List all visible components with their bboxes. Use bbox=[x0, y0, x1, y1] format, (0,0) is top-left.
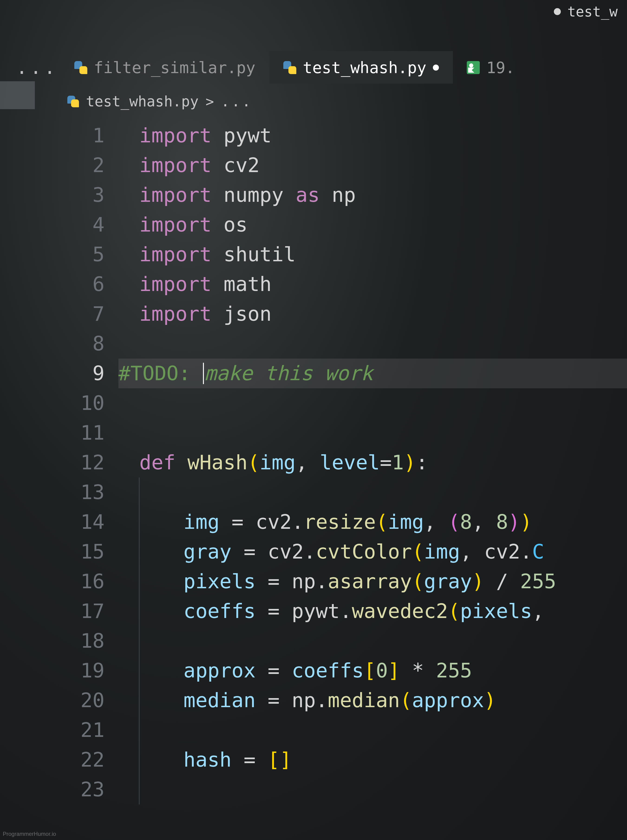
line-number: 1 bbox=[0, 121, 104, 150]
tab-label: 19. bbox=[486, 58, 515, 77]
code-token: shutil bbox=[224, 240, 296, 269]
line-number: 17 bbox=[0, 596, 104, 626]
code-line[interactable]: import cv2 bbox=[139, 150, 627, 180]
code-token: json bbox=[224, 299, 271, 329]
code-token: img bbox=[260, 448, 296, 477]
image-file-icon bbox=[467, 61, 480, 74]
title-bar-dot-icon bbox=[554, 8, 561, 15]
code-token: wHash bbox=[187, 448, 247, 477]
code-line[interactable] bbox=[139, 388, 627, 418]
code-line[interactable]: import pywt bbox=[139, 121, 627, 150]
tab-label: test_whash.py bbox=[303, 58, 426, 77]
code-token: , bbox=[296, 448, 320, 477]
line-number: 11 bbox=[0, 418, 104, 448]
code-line[interactable]: #TODO: make this work bbox=[118, 359, 627, 388]
line-number: 4 bbox=[0, 210, 104, 240]
code-token: ] bbox=[280, 745, 291, 774]
code-token: np bbox=[291, 567, 316, 596]
code-token: . bbox=[304, 537, 316, 566]
code-token: hash bbox=[183, 745, 232, 774]
breadcrumb-file: test_whash.py bbox=[86, 93, 198, 110]
code-line[interactable]: import os bbox=[139, 210, 627, 240]
code-token: import bbox=[139, 240, 224, 269]
code-token: cv2 bbox=[256, 507, 291, 537]
sidebar-fragment bbox=[0, 81, 35, 109]
code-line[interactable] bbox=[139, 626, 627, 656]
code-token: / bbox=[484, 567, 520, 596]
code-line[interactable]: import shutil bbox=[139, 240, 627, 269]
line-number: 7 bbox=[0, 299, 104, 329]
breadcrumb-rest: ... bbox=[221, 93, 252, 110]
code-area[interactable]: import pywtimport cv2import numpy as npi… bbox=[139, 121, 627, 804]
code-token: as bbox=[296, 180, 320, 210]
code-token: def bbox=[139, 448, 187, 477]
code-line[interactable]: pixels = np.asarray(gray) / 255 bbox=[139, 567, 627, 596]
code-token: coeffs bbox=[183, 596, 256, 626]
text-cursor bbox=[203, 363, 204, 384]
code-line[interactable] bbox=[139, 418, 627, 448]
code-token: img bbox=[424, 537, 460, 566]
code-token bbox=[284, 180, 296, 210]
code-line[interactable]: approx = coeffs[0] * 255 bbox=[139, 656, 627, 686]
code-token: cv2 bbox=[484, 537, 520, 566]
tab-label: filter_similar.py bbox=[94, 58, 255, 77]
tab-filter-similar[interactable]: filter_similar.py bbox=[60, 51, 269, 84]
line-number: 10 bbox=[0, 388, 104, 418]
code-token: = bbox=[256, 596, 291, 626]
line-number: 8 bbox=[0, 329, 104, 359]
tab-bar: ... filter_similar.py test_whash.py 19. bbox=[0, 51, 627, 84]
code-line[interactable]: coeffs = pywt.wavedec2(pixels, bbox=[139, 596, 627, 626]
tab-overflow-button[interactable]: ... bbox=[14, 51, 60, 84]
code-editor[interactable]: 1234567891011121314151617181920212223 im… bbox=[0, 121, 627, 840]
code-token: level bbox=[320, 448, 380, 477]
code-line[interactable]: import numpy as np bbox=[139, 180, 627, 210]
line-gutter: 1234567891011121314151617181920212223 bbox=[0, 121, 118, 804]
code-line[interactable] bbox=[139, 478, 627, 507]
code-token: = bbox=[232, 745, 268, 774]
code-token: ( bbox=[412, 567, 424, 596]
python-file-icon bbox=[74, 61, 87, 74]
code-token: ( bbox=[400, 686, 412, 715]
code-token: ) bbox=[520, 507, 532, 537]
code-line[interactable]: img = cv2.resize(img, (8, 8)) bbox=[139, 507, 627, 537]
code-token: [ bbox=[364, 656, 376, 686]
code-token: . bbox=[340, 596, 352, 626]
modified-indicator-icon bbox=[433, 65, 439, 71]
python-file-icon bbox=[67, 96, 79, 107]
breadcrumb[interactable]: test_whash.py > ... bbox=[67, 93, 252, 110]
code-token: = bbox=[219, 507, 255, 537]
code-token: . bbox=[291, 507, 304, 537]
code-token: * bbox=[400, 656, 436, 686]
code-line[interactable]: import math bbox=[139, 269, 627, 299]
tab-test-whash[interactable]: test_whash.py bbox=[269, 51, 453, 84]
code-token: ) bbox=[508, 507, 520, 537]
code-token: cv2 bbox=[224, 150, 259, 180]
code-line[interactable]: hash = [] bbox=[139, 745, 627, 775]
line-number: 2 bbox=[0, 150, 104, 180]
code-token: ( bbox=[412, 537, 424, 566]
code-token: import bbox=[139, 180, 224, 210]
code-token: pixels bbox=[183, 567, 256, 596]
line-number: 18 bbox=[0, 626, 104, 656]
code-token: : bbox=[416, 448, 428, 477]
title-bar: test_w bbox=[0, 0, 627, 23]
line-number: 22 bbox=[0, 745, 104, 775]
code-token: pywt bbox=[291, 596, 340, 626]
code-line[interactable]: median = np.median(approx) bbox=[139, 686, 627, 715]
code-token: img bbox=[183, 507, 219, 537]
window-title: test_w bbox=[567, 3, 618, 20]
code-token: . bbox=[316, 567, 328, 596]
code-token: median bbox=[328, 686, 400, 715]
code-token: C bbox=[532, 537, 544, 566]
line-number: 19 bbox=[0, 656, 104, 686]
code-token: = bbox=[256, 686, 291, 715]
tab-image-file[interactable]: 19. bbox=[453, 51, 529, 84]
code-line[interactable] bbox=[139, 715, 627, 745]
code-line[interactable]: import json bbox=[139, 299, 627, 329]
code-token bbox=[320, 180, 332, 210]
code-line[interactable] bbox=[139, 329, 627, 359]
code-line[interactable]: def wHash(img, level=1): bbox=[139, 448, 627, 478]
code-line[interactable] bbox=[139, 775, 627, 804]
line-number: 9 bbox=[0, 359, 104, 388]
code-line[interactable]: gray = cv2.cvtColor(img, cv2.C bbox=[139, 537, 627, 567]
